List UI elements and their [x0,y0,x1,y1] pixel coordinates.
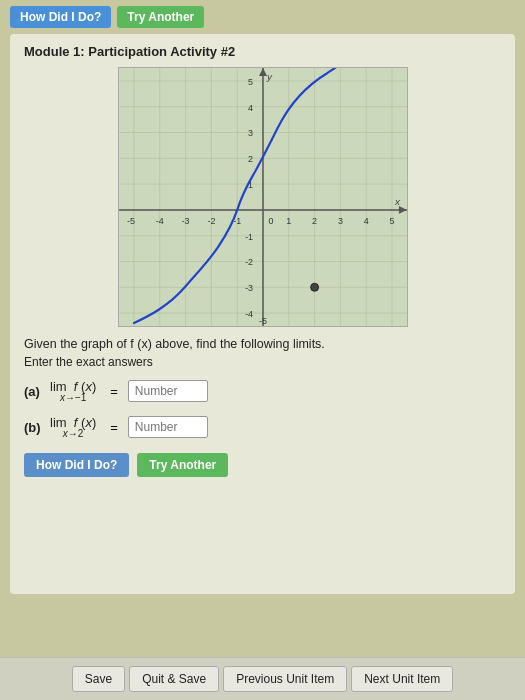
svg-text:-5: -5 [259,316,267,326]
instructions-text: Given the graph of f (x) above, find the… [24,337,501,351]
question-row-a: (a) lim f (x) x→−1 = [24,379,501,403]
svg-text:-4: -4 [155,216,163,226]
main-content: Module 1: Participation Activity #2 [10,34,515,594]
svg-text:-2: -2 [245,257,253,267]
answer-input-b[interactable] [128,416,208,438]
svg-text:4: 4 [363,216,368,226]
question-label-a: (a) [24,384,44,399]
svg-text:2: 2 [312,216,317,226]
svg-text:-3: -3 [245,283,253,293]
question-row-b: (b) lim f (x) x→2 = [24,415,501,439]
svg-text:0: 0 [268,216,273,226]
quit-save-button[interactable]: Quit & Save [129,666,219,692]
limit-sub-b: x→2 [63,428,84,439]
svg-text:x: x [393,196,400,207]
try-another-button[interactable]: Try Another [137,453,228,477]
previous-unit-item-button[interactable]: Previous Unit Item [223,666,347,692]
svg-text:-3: -3 [181,216,189,226]
function-graph: -5 -4 -3 -2 -1 0 1 2 3 4 5 5 4 3 2 1 -1 … [118,67,408,327]
svg-point-49 [310,283,318,291]
svg-text:-2: -2 [207,216,215,226]
svg-text:5: 5 [389,216,394,226]
svg-text:-4: -4 [245,309,253,319]
svg-text:-5: -5 [127,216,135,226]
how-did-i-do-button[interactable]: How Did I Do? [24,453,129,477]
next-unit-item-button[interactable]: Next Unit Item [351,666,453,692]
limit-sub-a: x→−1 [60,392,86,403]
answer-input-a[interactable] [128,380,208,402]
svg-text:3: 3 [337,216,342,226]
svg-text:1: 1 [286,216,291,226]
limit-expression-a: lim f (x) x→−1 [50,379,96,403]
svg-text:5: 5 [248,77,253,87]
equals-b: = [110,420,118,435]
svg-text:y: y [265,71,272,82]
svg-text:3: 3 [248,128,253,138]
equals-a: = [110,384,118,399]
try-another-top-button[interactable]: Try Another [117,6,204,28]
module-title: Module 1: Participation Activity #2 [24,44,501,59]
top-bar: How Did I Do? Try Another [0,0,525,34]
save-button[interactable]: Save [72,666,125,692]
how-did-i-do-top-button[interactable]: How Did I Do? [10,6,111,28]
svg-text:-1: -1 [245,232,253,242]
footer-bar: Save Quit & Save Previous Unit Item Next… [0,657,525,700]
question-label-b: (b) [24,420,44,435]
graph-container: -5 -4 -3 -2 -1 0 1 2 3 4 5 5 4 3 2 1 -1 … [24,67,501,327]
instructions-sub-text: Enter the exact answers [24,355,501,369]
svg-text:4: 4 [248,103,253,113]
limit-expression-b: lim f (x) x→2 [50,415,96,439]
action-buttons: How Did I Do? Try Another [24,453,501,477]
svg-text:2: 2 [248,154,253,164]
